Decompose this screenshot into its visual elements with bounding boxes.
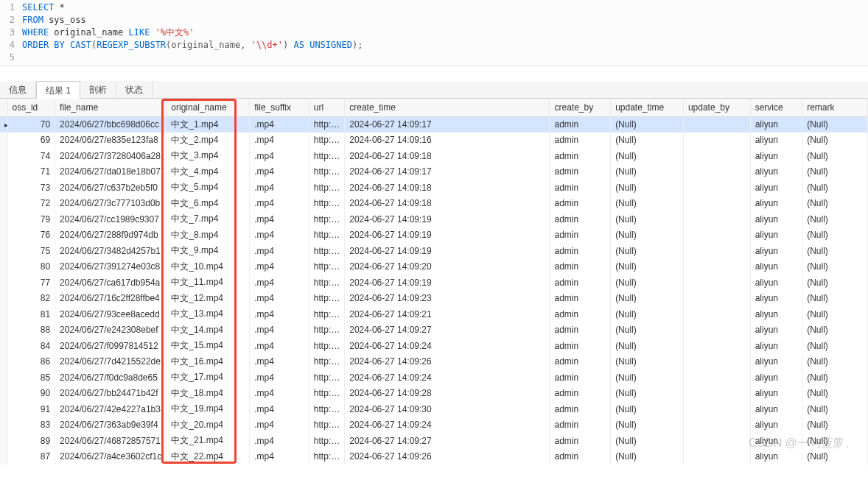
cell-remark[interactable]: (Null) [802,227,868,244]
cell-update-by[interactable] [683,338,750,354]
cell-create-time[interactable]: 2024-06-27 14:09:19 [345,227,550,244]
cell-create-by[interactable]: admin [550,148,611,164]
cell-create-time[interactable]: 2024-06-27 14:09:28 [345,386,550,402]
cell-create-by[interactable]: admin [550,306,611,322]
cell-url[interactable]: http://v [309,164,344,180]
cell-file-name[interactable]: 2024/06/27/7d4215522de [55,354,167,370]
table-row[interactable]: 712024/06/27/da018e18b07中文_4.mp4.mp4http… [0,164,868,180]
cell-file-name[interactable]: 2024/06/27/c637b2eb5f0 [55,180,167,196]
cell-original-name[interactable]: 中文_17.mp4 [167,370,250,386]
cell-create-by[interactable]: admin [550,417,611,434]
cell-service[interactable]: aliyun [750,116,802,132]
cell-url[interactable]: http://v [309,449,344,465]
cell-file-name[interactable]: 2024/06/27/16c2ff28ffbe4 [55,291,167,307]
cell-oss-id[interactable]: 75 [7,243,55,259]
cell-file-name[interactable]: 2024/06/27/bbc698d06cc [55,116,167,132]
cell-url[interactable]: http://v [309,227,344,244]
cell-original-name[interactable]: 中文_8.mp4 [167,227,250,244]
table-row[interactable]: 912024/06/27/42e4227a1b3中文_19.mp4.mp4htt… [0,401,868,417]
cell-service[interactable]: aliyun [750,259,802,275]
cell-create-by[interactable]: admin [550,227,611,244]
cell-url[interactable]: http://v [309,291,344,307]
cell-file-suffix[interactable]: .mp4 [250,433,309,449]
table-row[interactable]: 822024/06/27/16c2ff28ffbe4中文_12.mp4.mp4h… [0,291,868,307]
cell-create-by[interactable]: admin [550,291,611,307]
cell-url[interactable]: http://v [309,196,344,212]
cell-service[interactable]: aliyun [750,449,802,465]
cell-service[interactable]: aliyun [750,227,802,244]
cell-remark[interactable]: (Null) [802,275,868,291]
cell-url[interactable]: http://v [309,433,344,449]
cell-service[interactable]: aliyun [750,322,802,339]
cell-update-time[interactable]: (Null) [611,322,684,339]
table-row[interactable]: 852024/06/27/f0dc9a8de65中文_17.mp4.mp4htt… [0,370,868,386]
cell-service[interactable]: aliyun [750,433,802,449]
cell-service[interactable]: aliyun [750,164,802,180]
cell-oss-id[interactable]: 71 [7,164,55,180]
cell-update-time[interactable]: (Null) [611,306,684,322]
cell-create-time[interactable]: 2024-06-27 14:09:23 [345,291,550,307]
cell-update-by[interactable] [683,259,750,275]
cell-remark[interactable]: (Null) [802,164,868,180]
cell-original-name[interactable]: 中文_12.mp4 [167,291,250,307]
cell-create-time[interactable]: 2024-06-27 14:09:18 [345,196,550,212]
cell-service[interactable]: aliyun [750,196,802,212]
cell-update-time[interactable]: (Null) [611,211,684,227]
cell-create-by[interactable]: admin [550,354,611,370]
cell-create-time[interactable]: 2024-06-27 14:09:30 [345,401,550,417]
cell-file-name[interactable]: 2024/06/27/cc1989c9307 [55,211,167,227]
table-row[interactable]: 812024/06/27/93cee8acedd中文_13.mp4.mp4htt… [0,306,868,322]
cell-update-time[interactable]: (Null) [611,354,684,370]
cell-remark[interactable]: (Null) [802,180,868,196]
cell-create-time[interactable]: 2024-06-27 14:09:17 [345,116,550,132]
table-row[interactable]: 722024/06/27/3c777103d0b中文_6.mp4.mp4http… [0,196,868,212]
col-original-name[interactable]: original_name [167,99,250,116]
cell-oss-id[interactable]: 74 [7,148,55,164]
cell-service[interactable]: aliyun [750,180,802,196]
col-service[interactable]: service [750,99,802,116]
table-row[interactable]: 752024/06/27/3482d4257b1中文_9.mp4.mp4http… [0,243,868,259]
cell-oss-id[interactable]: 89 [7,433,55,449]
table-row[interactable]: 692024/06/27/e835e123fa8中文_2.mp4.mp4http… [0,132,868,149]
cell-oss-id[interactable]: 81 [7,306,55,322]
cell-create-by[interactable]: admin [550,275,611,291]
cell-url[interactable]: http://v [309,370,344,386]
cell-original-name[interactable]: 中文_21.mp4 [167,433,250,449]
table-row[interactable]: 792024/06/27/cc1989c9307中文_7.mp4.mp4http… [0,211,868,227]
table-row[interactable]: 742024/06/27/37280406a28中文_3.mp4.mp4http… [0,148,868,164]
cell-update-time[interactable]: (Null) [611,275,684,291]
table-row[interactable]: 882024/06/27/e242308ebef中文_14.mp4.mp4htt… [0,322,868,339]
cell-url[interactable]: http://v [309,211,344,227]
cell-update-by[interactable] [683,243,750,259]
cell-original-name[interactable]: 中文_19.mp4 [167,401,250,417]
cell-url[interactable]: http://v [309,322,344,339]
cell-file-suffix[interactable]: .mp4 [250,401,309,417]
cell-service[interactable]: aliyun [750,401,802,417]
tab-info[interactable]: 信息 [0,81,36,98]
cell-file-name[interactable]: 2024/06/27/42e4227a1b3 [55,401,167,417]
cell-remark[interactable]: (Null) [802,306,868,322]
cell-file-name[interactable]: 2024/06/27/bb24471b42f [55,386,167,402]
cell-original-name[interactable]: 中文_3.mp4 [167,148,250,164]
cell-remark[interactable]: (Null) [802,211,868,227]
cell-file-name[interactable]: 2024/06/27/37280406a28 [55,148,167,164]
cell-remark[interactable]: (Null) [802,148,868,164]
cell-update-by[interactable] [683,401,750,417]
cell-original-name[interactable]: 中文_18.mp4 [167,386,250,402]
cell-update-time[interactable]: (Null) [611,196,684,212]
table-row[interactable]: 892024/06/27/46872857571中文_21.mp4.mp4htt… [0,433,868,449]
cell-remark[interactable]: (Null) [802,370,868,386]
cell-file-suffix[interactable]: .mp4 [250,354,309,370]
col-update-time[interactable]: update_time [611,99,684,116]
col-oss-id[interactable]: oss_id [7,99,55,116]
cell-update-by[interactable] [683,322,750,339]
cell-file-name[interactable]: 2024/06/27/f0dc9a8de65 [55,370,167,386]
col-file-suffix[interactable]: file_suffix [250,99,309,116]
cell-file-suffix[interactable]: .mp4 [250,227,309,244]
cell-service[interactable]: aliyun [750,132,802,149]
cell-create-by[interactable]: admin [550,180,611,196]
cell-original-name[interactable]: 中文_1.mp4 [167,116,250,132]
cell-file-suffix[interactable]: .mp4 [250,164,309,180]
cell-oss-id[interactable]: 69 [7,132,55,149]
cell-create-time[interactable]: 2024-06-27 14:09:24 [345,417,550,434]
